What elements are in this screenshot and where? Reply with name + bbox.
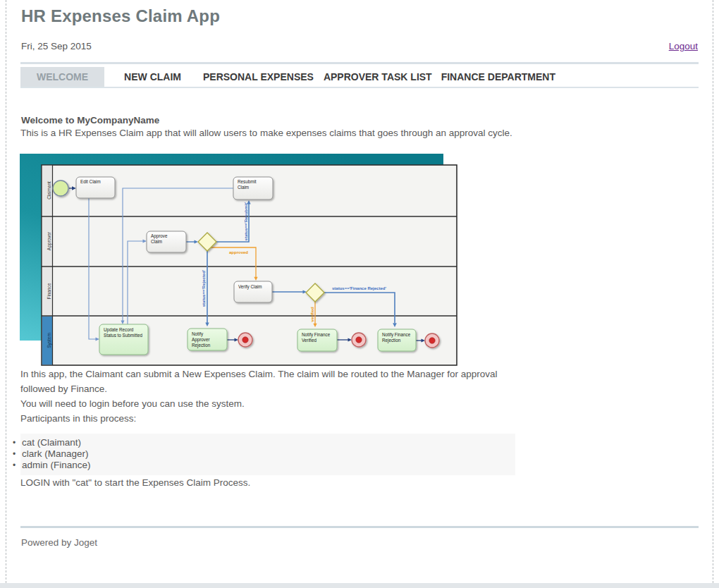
footer: Powered by Joget (20, 526, 699, 548)
page-bottom-strip (0, 583, 719, 588)
page-title: HR Expenses Claim App (21, 6, 699, 26)
list-item: admin (Finance) (22, 460, 515, 471)
tab-approver-task-list[interactable]: APPROVER TASK LIST (324, 67, 432, 87)
tab-personal-expenses[interactable]: PERSONAL EXPENSES (203, 67, 314, 87)
flow-label-approved: approved (229, 250, 248, 255)
tab-new-claim[interactable]: NEW CLAIM (124, 67, 181, 87)
logout-link[interactable]: Logout (669, 41, 698, 51)
current-date: Fri, 25 Sep 2015 (21, 41, 92, 51)
lane-label-finance: Finance (47, 283, 51, 300)
login-note: You will need to login before you can us… (20, 396, 517, 411)
lane-label-claimant: Claimant (47, 181, 51, 200)
svg-text:Verify Claim: Verify Claim (238, 284, 262, 290)
login-instruction: LOGIN with "cat" to start the Expenses C… (20, 475, 517, 490)
tab-welcome[interactable]: WELCOME (20, 67, 104, 87)
flow-label-resubmit: status=='Resubmit' (244, 202, 248, 240)
start-event (53, 180, 68, 196)
flow-label-finance-rejected: status=='Finance Rejected' (332, 286, 386, 290)
page-container: HR Expenses Claim App Fri, 25 Sep 2015 L… (6, 0, 713, 583)
lane-label-approver: Approver (47, 231, 52, 250)
flow-label-verified: verified (310, 307, 314, 322)
date-row: Fri, 25 Sep 2015 Logout (21, 41, 698, 51)
powered-by-text: Powered by Joget (21, 537, 97, 548)
participants-list: cat (Claimant) clark (Manager) admin (Fi… (20, 434, 515, 475)
bpmn-diagram-image: Claimant Approver Finance System (20, 154, 458, 367)
list-item: clark (Manager) (22, 448, 515, 460)
participants-heading: Participants in this process: (20, 411, 517, 426)
list-item: cat (Claimant) (22, 437, 515, 448)
intro-paragraph: This is a HR Expenses Claim app that wil… (20, 125, 517, 140)
welcome-heading: Welcome to MyCompanyName (21, 115, 699, 125)
svg-text:Edit Claim: Edit Claim (80, 179, 101, 184)
tab-finance-department[interactable]: FINANCE DEPARTMENT (441, 67, 555, 87)
main-nav: WELCOME NEW CLAIM PERSONAL EXPENSES APPR… (20, 62, 699, 88)
lane-label-system: System (47, 333, 52, 348)
description-paragraph: In this app, the Claimant can submit a N… (20, 367, 517, 396)
process-diagram: Claimant Approver Finance System (20, 154, 458, 367)
flow-label-rejected: status=='Rejected' (202, 269, 206, 307)
